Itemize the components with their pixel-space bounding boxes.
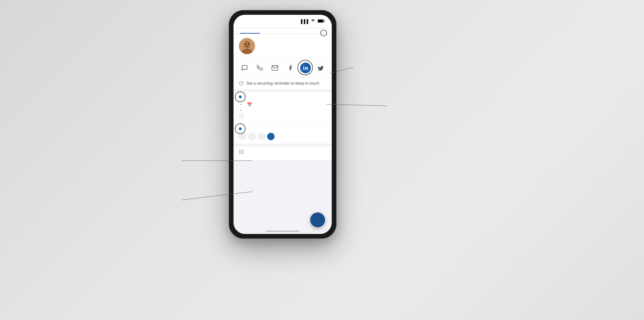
other-info-header — [239, 150, 326, 154]
chat-icon[interactable] — [239, 63, 250, 73]
contact-header — [234, 34, 332, 58]
tags-list — [239, 133, 326, 140]
svg-point-13 — [303, 66, 304, 67]
phone-screen: ▌▌▌ — [234, 15, 332, 234]
tag-client[interactable] — [239, 133, 246, 140]
phone-frame: ▌▌▌ — [229, 10, 336, 239]
contact-card-icon — [239, 150, 244, 154]
status-icons: ▌▌▌ — [301, 19, 325, 24]
wifi-icon — [311, 19, 316, 24]
fact-row-dob: 📅 — [239, 101, 326, 108]
tags-header — [239, 127, 326, 130]
fact-bullet — [240, 104, 242, 105]
phone-mockup: ▌▌▌ — [229, 10, 343, 266]
fact-bullet-2 — [240, 110, 242, 111]
status-bar: ▌▌▌ — [234, 15, 332, 25]
tab-info[interactable] — [234, 28, 266, 34]
tab-bar — [234, 28, 332, 34]
add-key-fact[interactable]: + — [239, 112, 326, 120]
reminder-icon — [239, 81, 244, 86]
calendar-icon: 📅 — [247, 102, 252, 107]
tag-comm-pkg[interactable] — [258, 133, 265, 140]
twitter-icon[interactable] — [315, 63, 326, 73]
nav-bar — [234, 25, 332, 28]
key-facts-header — [239, 95, 326, 98]
left-content — [20, 20, 195, 82]
add-tag-button[interactable] — [267, 133, 275, 140]
reminder-row: Set a recurring reminder to keep in touc… — [234, 78, 332, 89]
battery-icon — [318, 19, 325, 24]
svg-rect-15 — [239, 150, 243, 153]
avatar — [239, 38, 255, 54]
action-icons-row — [234, 58, 332, 78]
email-icon[interactable] — [270, 63, 280, 73]
headline — [20, 20, 195, 68]
tab-notes[interactable] — [266, 28, 299, 34]
add-fact-icon: + — [239, 114, 244, 119]
svg-rect-5 — [318, 20, 323, 22]
svg-point-10 — [245, 43, 246, 45]
tag-commercial[interactable] — [248, 133, 256, 140]
other-contact-info — [234, 146, 332, 160]
tab-history[interactable] — [299, 28, 332, 34]
svg-rect-6 — [324, 20, 325, 22]
key-facts-section: 📅 + — [234, 92, 332, 124]
facebook-icon[interactable] — [285, 63, 296, 73]
signal-icon: ▌▌▌ — [301, 19, 310, 24]
tags-section — [234, 124, 332, 144]
home-indicator — [266, 231, 299, 232]
phone-icon[interactable] — [254, 63, 265, 73]
fact-row-owns — [239, 108, 326, 112]
linkedin-icon[interactable] — [300, 63, 311, 73]
svg-point-8 — [244, 41, 250, 49]
reminder-label: Set a recurring reminder to keep in touc… — [246, 81, 319, 86]
fab-button[interactable] — [310, 212, 325, 227]
svg-point-11 — [248, 43, 249, 45]
